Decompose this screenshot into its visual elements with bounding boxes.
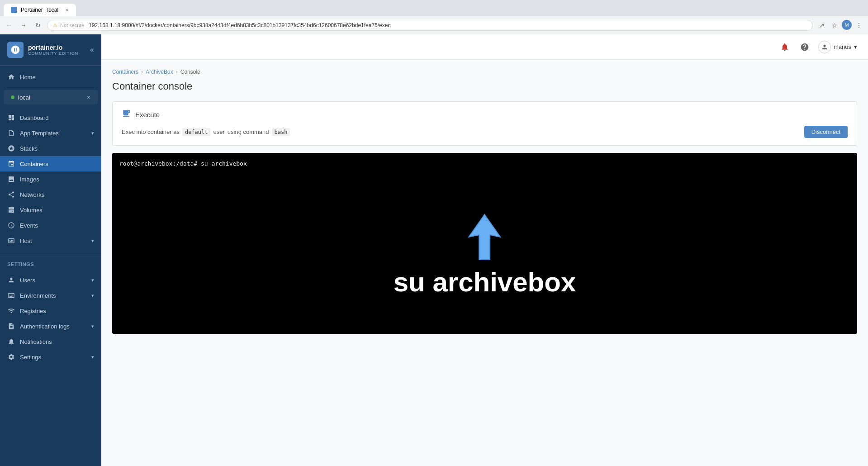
sidebar-divider (0, 254, 101, 254)
menu-button[interactable]: ⋮ (854, 20, 864, 31)
app: portainer.io COMMUNITY EDITION « Home lo… (0, 34, 868, 466)
networks-label: Networks (20, 191, 94, 198)
sidebar-logo-text: portainer.io COMMUNITY EDITION (28, 44, 78, 56)
users-icon (7, 276, 15, 284)
tab-title: Portainer | local (21, 7, 58, 13)
user-menu[interactable]: marius ▾ (818, 41, 857, 53)
sidebar-item-users[interactable]: Users ▾ (0, 272, 101, 288)
sidebar-item-settings[interactable]: Settings ▾ (0, 349, 101, 365)
logo-subtitle: COMMUNITY EDITION (28, 51, 78, 56)
sidebar-item-notifications[interactable]: Notifications (0, 334, 101, 349)
notifications-icon (7, 338, 15, 346)
registries-label: Registries (20, 308, 94, 314)
sidebar-nav-section: Dashboard App Templates ▾ Stacks Con (0, 106, 101, 252)
user-name: marius (834, 43, 851, 50)
exec-prefix: Exec into container as (122, 128, 180, 135)
networks-icon (7, 190, 15, 199)
execute-icon (122, 109, 131, 120)
app-templates-label: App Templates (20, 130, 87, 137)
notification-bell-btn[interactable] (778, 41, 791, 53)
sidebar-item-volumes[interactable]: Volumes (0, 202, 101, 218)
user-chevron: ▾ (854, 43, 857, 50)
events-icon (7, 221, 15, 229)
app-templates-icon (7, 129, 15, 137)
settings-chevron: ▾ (91, 354, 94, 360)
env-status-dot (11, 95, 14, 99)
terminal[interactable]: root@archivebox:/data# su archivebox su … (112, 153, 857, 334)
bookmark-button[interactable]: ☆ (829, 20, 840, 31)
topbar-right: marius ▾ (778, 41, 857, 53)
exec-command: bash (272, 128, 290, 136)
app-templates-chevron: ▾ (91, 130, 94, 136)
environments-label: Environments (20, 292, 87, 299)
sidebar-logo: portainer.io COMMUNITY EDITION « (0, 34, 101, 66)
reload-button[interactable]: ↻ (33, 20, 43, 31)
breadcrumb-containers[interactable]: Containers (112, 69, 138, 75)
home-icon (7, 73, 15, 81)
page-content: Containers › ArchiveBox › Console Contai… (101, 60, 868, 466)
topbar: marius ▾ (101, 34, 868, 60)
help-btn[interactable] (798, 41, 811, 53)
exec-user: default (182, 128, 211, 136)
terminal-command-text: su archivebox (394, 266, 576, 298)
sidebar-environment[interactable]: local × (4, 90, 98, 105)
env-name: local (18, 94, 83, 101)
browser-tabs: Portainer | local × (0, 0, 868, 16)
exec-info: Exec into container as default user usin… (122, 126, 848, 138)
stacks-icon (7, 144, 15, 152)
browser-actions: ↗ ☆ M ⋮ (816, 20, 864, 31)
settings-header: Settings (0, 256, 101, 269)
environments-icon (7, 291, 15, 300)
sidebar-item-events[interactable]: Events (0, 218, 101, 233)
main-content: marius ▾ Containers › ArchiveBox › Conso… (101, 34, 868, 466)
notifications-label: Notifications (20, 338, 94, 345)
browser-tab-active[interactable]: Portainer | local × (4, 4, 76, 16)
breadcrumb: Containers › ArchiveBox › Console (112, 69, 857, 75)
breadcrumb-sep-2: › (176, 69, 178, 75)
stacks-label: Stacks (20, 145, 94, 152)
forward-button[interactable]: → (18, 20, 29, 31)
sidebar-item-host[interactable]: Host ▾ (0, 233, 101, 248)
auth-logs-icon (7, 322, 15, 330)
browser-chrome: Portainer | local × ← → ↻ ⚠ Not secure 1… (0, 0, 868, 34)
sidebar-item-containers[interactable]: Containers (0, 156, 101, 171)
terminal-big-text-area: su archivebox (394, 212, 576, 298)
volumes-icon (7, 206, 15, 214)
terminal-prompt: root@archivebox:/data# su archivebox (119, 160, 850, 167)
svg-marker-0 (469, 214, 500, 260)
sidebar-item-home[interactable]: Home (0, 69, 101, 85)
settings-icon (7, 353, 15, 361)
tab-close-btn[interactable]: × (66, 7, 69, 13)
breadcrumb-archivebox[interactable]: ArchiveBox (146, 69, 173, 75)
browser-toolbar: ← → ↻ ⚠ Not secure 192.168.1.18:9000/#!/… (0, 16, 868, 34)
sidebar-item-registries[interactable]: Registries (0, 303, 101, 319)
dashboard-label: Dashboard (20, 114, 94, 121)
url-prefix: Not secure (60, 23, 84, 28)
home-label: Home (20, 74, 94, 81)
images-label: Images (20, 176, 94, 183)
sidebar-item-environments[interactable]: Environments ▾ (0, 288, 101, 303)
containers-label: Containers (20, 161, 94, 167)
sidebar-item-networks[interactable]: Networks (0, 187, 101, 202)
disconnect-button[interactable]: Disconnect (804, 126, 848, 138)
auth-logs-label: Authentication logs (20, 323, 87, 330)
env-close-btn[interactable]: × (87, 94, 90, 101)
sidebar-collapse-btn[interactable]: « (90, 46, 94, 54)
auth-logs-chevron: ▾ (91, 323, 94, 329)
back-button[interactable]: ← (4, 20, 14, 31)
sidebar-item-dashboard[interactable]: Dashboard (0, 110, 101, 125)
sidebar-item-images[interactable]: Images (0, 171, 101, 187)
execute-header: Execute (122, 109, 848, 120)
sidebar-item-app-templates[interactable]: App Templates ▾ (0, 125, 101, 141)
sidebar-item-auth-logs[interactable]: Authentication logs ▾ (0, 319, 101, 334)
host-icon (7, 237, 15, 245)
address-bar[interactable]: ⚠ Not secure 192.168.1.18:9000/#!/2/dock… (47, 20, 813, 31)
execute-title: Execute (135, 111, 160, 119)
sidebar-item-stacks[interactable]: Stacks (0, 141, 101, 156)
share-button[interactable]: ↗ (816, 20, 827, 31)
host-chevron: ▾ (91, 238, 94, 244)
profile-button[interactable]: M (842, 20, 852, 30)
volumes-label: Volumes (20, 207, 94, 214)
sidebar-home-section: Home (0, 66, 101, 88)
terminal-arrow (394, 212, 576, 262)
